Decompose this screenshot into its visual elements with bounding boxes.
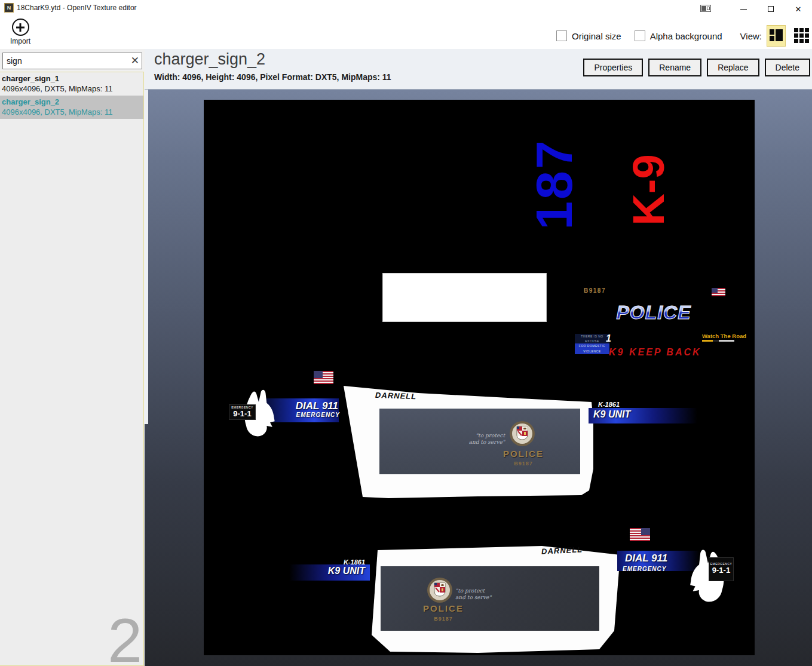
door-panel: "to protectand to serve" POLICE B9187 xyxy=(379,409,580,474)
search-input[interactable] xyxy=(7,55,123,67)
original-size-checkbox[interactable] xyxy=(556,30,567,41)
minimize-button[interactable] xyxy=(730,0,757,18)
texture-details: 4096x4096, DXT5, MipMaps: 11 xyxy=(2,107,141,117)
watch-the-road-decal: Watch The Road xyxy=(702,333,736,345)
alpha-background-checkbox[interactable] xyxy=(635,30,645,41)
city-seal-icon xyxy=(427,577,453,603)
import-button[interactable]: Import xyxy=(5,18,36,48)
door-police-text: POLICE xyxy=(419,603,468,613)
plus-icon xyxy=(12,19,29,36)
search-box: ✕ xyxy=(2,53,142,69)
alpha-background-label: Alpha background xyxy=(650,31,722,41)
door-police-text: POLICE xyxy=(499,449,548,459)
motto-text: "to protectand to serve" xyxy=(455,588,524,601)
texture-list: charger_sign_1 4096x4096, DXT5, MipMaps:… xyxy=(0,72,144,666)
rename-button[interactable]: Rename xyxy=(648,59,701,76)
watch-the-road-text: Watch The Road xyxy=(702,333,736,339)
us-flag-icon xyxy=(630,528,650,541)
shop-number-top: B9187 xyxy=(584,287,606,294)
door-number-text: B9187 xyxy=(499,461,548,466)
motto-text: "to protectand to serve" xyxy=(436,432,505,446)
k9-unit-text: K9 UNIT xyxy=(299,566,365,576)
import-label: Import xyxy=(5,37,36,45)
watch-the-road-bars xyxy=(702,340,736,342)
police-banner: POLICE xyxy=(603,297,704,326)
city-seal-icon xyxy=(509,421,535,447)
replace-button[interactable]: Replace xyxy=(707,59,759,76)
dv-line2: FOR DOMESTIC VIOLENCE xyxy=(575,343,609,354)
view-mode-grid-button[interactable] xyxy=(794,28,810,44)
us-flag-icon xyxy=(712,288,725,296)
dv-one: 1 xyxy=(606,333,611,344)
k9-unit-text: K9 UNIT xyxy=(593,409,630,420)
vertical-unit-number: 187 xyxy=(526,123,583,245)
us-flag-icon xyxy=(314,371,333,384)
dial-911-text: DIAL 911 xyxy=(625,553,667,564)
k9-keep-back-text: K9 KEEP BACK xyxy=(609,347,697,358)
vertical-k9-text: K-9 xyxy=(622,144,676,237)
domestic-violence-decal: THERE IS NO EXCUSE FOR DOMESTIC VIOLENCE… xyxy=(575,334,609,345)
blank-plate xyxy=(382,273,547,322)
maximize-button[interactable] xyxy=(757,0,785,18)
list-item-selected[interactable]: charger_sign_2 4096x4096, DXT5, MipMaps:… xyxy=(0,96,143,119)
door-number-text: B9187 xyxy=(419,616,468,622)
window-title: 18CharK9.ytd - OpenIV Texture editor xyxy=(17,4,137,12)
title-bar: N 18CharK9.ytd - OpenIV Texture editor ✕ xyxy=(0,0,812,18)
properties-button[interactable]: Properties xyxy=(583,59,643,76)
texture-count-badge: 2 xyxy=(108,616,142,665)
preview-pane: 187 K-9 B9187 POLICE THERE IS NO EXCUSE … xyxy=(145,89,812,666)
list-view-icon xyxy=(770,29,783,42)
texture-name: charger_sign_1 xyxy=(2,73,141,84)
callsign-text: K-1861 xyxy=(598,401,620,408)
texture-name: charger_sign_2 xyxy=(2,97,141,107)
emergency-911-decal: EMERGENCY 9-1-1 xyxy=(229,404,256,420)
emergency-911-decal: EMERGENCY 9-1-1 xyxy=(709,557,734,581)
preview-left-strip xyxy=(145,90,148,424)
e911-number: 9-1-1 xyxy=(709,566,733,574)
delete-button[interactable]: Delete xyxy=(765,59,810,76)
door-panel: "to protectand to serve" POLICE B9187 xyxy=(381,566,599,631)
toolbar: Import Original size Alpha background Vi… xyxy=(0,18,812,49)
main-header: charger_sign_2 Width: 4096, Height: 4096… xyxy=(145,49,812,89)
texture-details: 4096x4096, DXT5, MipMaps: 11 xyxy=(2,84,141,94)
name-plate: DARNELL xyxy=(375,391,417,401)
page-title: charger_sign_2 xyxy=(154,50,265,69)
svg-text:POLICE: POLICE xyxy=(616,302,691,323)
view-mode-list-button[interactable] xyxy=(767,25,786,47)
texture-preview: 187 K-9 B9187 POLICE THERE IS NO EXCUSE … xyxy=(204,100,755,655)
dv-line1: THERE IS NO EXCUSE xyxy=(575,334,609,343)
texture-meta: Width: 4096, Height: 4096, Pixel Format:… xyxy=(154,72,391,82)
view-label: View: xyxy=(740,31,762,41)
clear-search-icon[interactable]: ✕ xyxy=(131,54,139,67)
close-button[interactable]: ✕ xyxy=(785,0,812,18)
texture-sidebar: ✕ charger_sign_1 4096x4096, DXT5, MipMap… xyxy=(0,49,145,666)
list-item[interactable]: charger_sign_1 4096x4096, DXT5, MipMaps:… xyxy=(0,72,143,96)
e911-number: 9-1-1 xyxy=(229,410,255,418)
original-size-label: Original size xyxy=(572,31,621,41)
app-icon: N xyxy=(4,3,14,13)
dock-window-icon[interactable] xyxy=(700,5,711,12)
emergency-text: EMERGENCY xyxy=(623,566,666,572)
